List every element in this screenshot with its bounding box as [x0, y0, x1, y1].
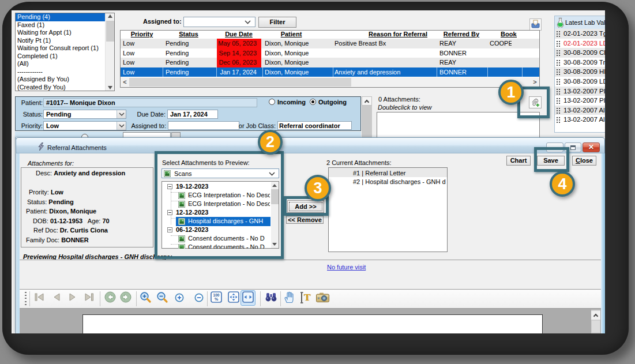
- svg-text:%: %: [215, 297, 219, 301]
- svg-text:100: 100: [213, 293, 220, 297]
